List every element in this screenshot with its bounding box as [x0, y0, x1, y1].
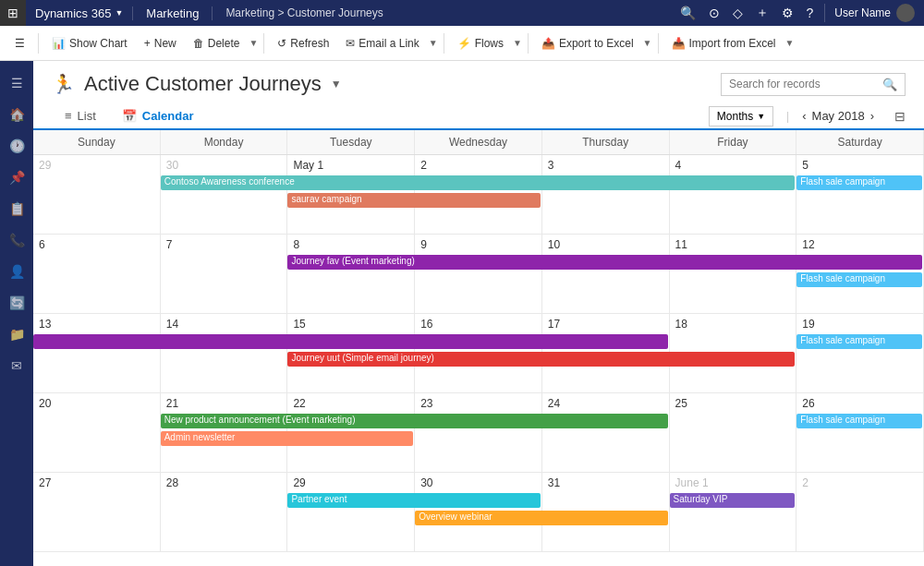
sidebar-refresh[interactable]: 🔄 — [2, 288, 31, 318]
recent-icon[interactable]: ⊙ — [709, 6, 720, 20]
sep5 — [658, 33, 659, 54]
sidebar-hamburger[interactable]: ☰ — [2, 68, 31, 98]
view-controls: Months ▼ | ‹ May 2018 › ⊟ — [709, 106, 906, 126]
header-saturday: Saturday — [796, 130, 924, 154]
cal-date: 29 — [293, 476, 408, 489]
title-dropdown-chevron[interactable]: ▼ — [331, 78, 342, 90]
toolbar: ☰ 📊 Show Chart + New 🗑 Delete ▼ ↺ Refres… — [0, 26, 924, 61]
header-monday: Monday — [161, 130, 288, 154]
search-icon[interactable]: 🔍 — [680, 6, 696, 20]
refresh-button[interactable]: ↺ Refresh — [270, 33, 336, 54]
event-bar[interactable]: saurav campaign — [287, 193, 540, 208]
cal-date: 8 — [293, 238, 408, 251]
cal-date: 15 — [293, 318, 408, 331]
cal-cell: 10 — [542, 235, 670, 313]
cal-cell: 23 — [415, 393, 542, 472]
chart-icon: 📊 — [52, 37, 66, 50]
sidebar-home[interactable]: 🏠 — [2, 100, 31, 129]
event-bar[interactable]: Flash sale campaign — [796, 414, 922, 428]
event-bar[interactable]: Overview webinar — [415, 511, 667, 525]
search-submit-icon[interactable]: 🔍 — [882, 78, 897, 91]
location-icon[interactable]: ◇ — [733, 6, 743, 20]
windows-logo[interactable]: ⊞ — [0, 0, 26, 26]
sidebar-activities[interactable]: 📋 — [2, 194, 31, 223]
d365-menu[interactable]: Dynamics 365 ▼ — [26, 6, 133, 20]
export-dropdown[interactable]: ▼ — [643, 38, 652, 48]
flows-button[interactable]: ⚡ Flows — [450, 33, 511, 54]
sep-bar: | — [786, 110, 789, 123]
tab-calendar[interactable]: 📅 Calendar — [109, 103, 207, 130]
event-bar[interactable]: Contoso Awareness conference — [161, 175, 796, 190]
search-input[interactable] — [729, 78, 877, 90]
cal-cell: 25 — [670, 393, 797, 472]
sep2 — [263, 33, 264, 54]
cal-date: May 1 — [293, 159, 408, 172]
cal-date: 11 — [675, 238, 791, 251]
main-content: 🏃 Active Customer Journeys ▼ 🔍 ≡ List 📅 … — [33, 61, 924, 566]
sidebar-contacts[interactable]: 👤 — [2, 257, 31, 286]
flows-icon: ⚡ — [457, 37, 471, 50]
event-bar[interactable]: Flash sale campaign — [796, 175, 922, 190]
tab-list[interactable]: ≡ List — [52, 103, 109, 130]
header-friday: Friday — [670, 130, 797, 154]
export-excel-button[interactable]: 📤 Export to Excel — [534, 33, 641, 54]
flows-dropdown[interactable]: ▼ — [513, 38, 522, 48]
cal-date: 29 — [39, 159, 154, 172]
cal-date: 19 — [802, 318, 918, 331]
event-bar[interactable]: Admin newsletter — [161, 431, 413, 446]
import-dropdown[interactable]: ▼ — [785, 38, 795, 48]
sep4 — [528, 33, 529, 54]
next-month-button[interactable]: › — [870, 109, 874, 123]
event-bar[interactable]: Partner event — [287, 493, 540, 508]
cal-cell: 19 — [796, 314, 924, 392]
cal-date: 3 — [548, 159, 663, 172]
cal-cell: 30 — [161, 155, 288, 234]
settings-icon[interactable]: ⚙ — [782, 6, 794, 20]
user-avatar — [896, 4, 915, 22]
cal-cell: 27 — [33, 473, 161, 551]
event-bar[interactable]: Flash sale campaign — [796, 334, 922, 349]
cal-cell: 24 — [542, 393, 670, 472]
event-bar[interactable]: Journey fav (Event marketing) — [287, 255, 922, 270]
sidebar-files[interactable]: 📁 — [2, 319, 31, 349]
nav-icons: 🔍 ⊙ ◇ ＋ ⚙ ? — [669, 5, 825, 21]
header-tuesday: Tuesday — [287, 130, 415, 154]
sidebar-pinned[interactable]: 📌 — [2, 163, 31, 192]
cal-date: 13 — [39, 318, 154, 331]
months-dropdown[interactable]: Months ▼ — [709, 106, 773, 126]
add-icon[interactable]: ＋ — [756, 5, 769, 21]
cal-header: Sunday Monday Tuesday Wednesday Thursday… — [33, 130, 924, 155]
email-dropdown[interactable]: ▼ — [429, 38, 438, 48]
delete-button[interactable]: 🗑 Delete — [186, 33, 248, 54]
hamburger-button[interactable]: ☰ — [7, 33, 32, 54]
event-bar[interactable]: New product announcement (Event marketin… — [161, 414, 668, 428]
prev-month-button[interactable]: ‹ — [802, 109, 806, 123]
delete-dropdown[interactable]: ▼ — [249, 38, 258, 48]
show-chart-button[interactable]: 📊 Show Chart — [44, 33, 135, 54]
cal-date: 18 — [675, 318, 791, 331]
cal-date: 12 — [802, 238, 918, 251]
list-icon: ≡ — [65, 109, 72, 123]
new-button[interactable]: + New — [137, 33, 184, 54]
email-link-button[interactable]: ✉ Email a Link — [338, 33, 426, 54]
sidebar-recent[interactable]: 🕐 — [2, 131, 31, 161]
page-header: 🏃 Active Customer Journeys ▼ 🔍 — [33, 61, 924, 103]
event-bar[interactable]: Saturday VIP — [670, 493, 796, 508]
cal-date: 2 — [420, 159, 536, 172]
import-excel-button[interactable]: 📥 Import from Excel — [664, 33, 784, 54]
event-bar[interactable]: Journey uut (Simple email journey) — [287, 352, 795, 367]
week-row-0: 2930May 12345Contoso Awareness conferenc… — [33, 155, 924, 235]
username-label: User Name — [834, 6, 891, 19]
help-icon[interactable]: ? — [807, 6, 814, 20]
filter-icon[interactable]: ⊟ — [894, 109, 906, 124]
cal-date: 17 — [548, 318, 663, 331]
cal-cell: 11 — [670, 235, 797, 313]
event-bar[interactable] — [33, 334, 668, 349]
user-menu[interactable]: User Name — [824, 4, 924, 22]
cal-body: 2930May 12345Contoso Awareness conferenc… — [33, 155, 924, 552]
event-bar[interactable]: Flash sale campaign — [796, 272, 922, 287]
sidebar-calls[interactable]: 📞 — [2, 225, 31, 255]
sidebar-mail[interactable]: ✉ — [2, 351, 31, 380]
cal-cell: 6 — [33, 235, 161, 313]
cal-cell: 20 — [33, 393, 161, 472]
